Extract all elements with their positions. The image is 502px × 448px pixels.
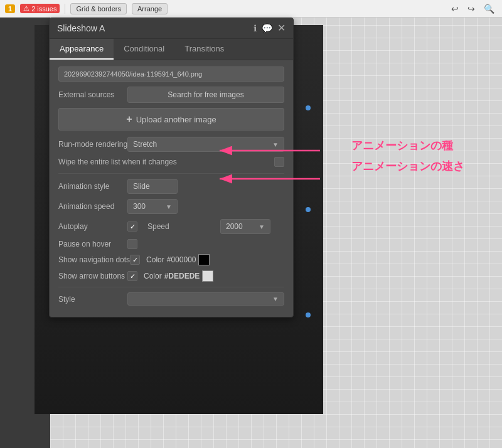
speed-value: 2000 <box>226 222 243 231</box>
speed-dropdown-arrow: ▼ <box>259 223 265 230</box>
arrange-button[interactable]: Arrange <box>132 3 168 14</box>
undo-button[interactable]: ↩ <box>449 3 461 15</box>
arrow-buttons-row: Show arrow buttons Color #DEDEDE <box>58 270 284 282</box>
external-sources-row: External sources Search for free images <box>58 87 284 103</box>
arrow-buttons-color-value: #DEDEDE <box>164 272 200 280</box>
arrow-buttons-color-label: Color <box>144 272 162 280</box>
canvas-handle-bottom <box>306 312 311 317</box>
toolbar-badge: 1 <box>5 4 15 13</box>
tab-appearance[interactable]: Appearance <box>50 39 114 60</box>
autoplay-row: Autoplay Speed 2000 ▼ <box>58 219 284 234</box>
pause-hover-checkbox[interactable] <box>127 239 137 249</box>
toolbar-separator <box>65 4 65 14</box>
run-mode-value: Stretch <box>133 140 157 149</box>
autoplay-checkbox[interactable] <box>127 221 137 232</box>
canvas-handle-mid <box>306 207 311 212</box>
animation-speed-value: 300 <box>133 202 146 211</box>
pause-hover-row: Pause on hover <box>58 239 284 249</box>
panel: Slideshow A ℹ 💬 ✕ Appearance Conditional… <box>49 18 294 317</box>
nav-dots-checkbox[interactable] <box>130 255 140 265</box>
search-free-images-button[interactable]: Search for free images <box>127 87 284 103</box>
animation-style-row: Animation style Slide <box>58 179 284 194</box>
toolbar-issues: ⚠ 2 issues <box>20 4 60 13</box>
style-dropdown[interactable]: ▼ <box>127 292 284 306</box>
animation-speed-dropdown[interactable]: 300 ▼ <box>127 199 178 214</box>
upload-plus-icon: + <box>126 114 132 125</box>
toolbar-right-icons: ↩ ↪ 🔍 <box>449 3 497 15</box>
tab-transitions[interactable]: Transitions <box>174 39 234 60</box>
upload-image-button[interactable]: + Upload another image <box>58 108 284 131</box>
run-mode-label: Run-mode rendering <box>58 140 127 149</box>
autoplay-label: Autoplay <box>58 222 127 231</box>
wipe-label: Wipe the entire list when it changes <box>58 157 274 166</box>
arrow-buttons-label: Show arrow buttons <box>58 272 127 280</box>
panel-title: Slideshow A <box>57 23 105 33</box>
animation-style-field: Slide <box>127 179 178 194</box>
tab-conditional[interactable]: Conditional <box>114 39 174 60</box>
run-mode-row: Run-mode rendering Stretch ▼ <box>58 137 284 152</box>
nav-dots-label: Show navigation dots <box>58 255 130 264</box>
animation-speed-row: Animation speed 300 ▼ <box>58 199 284 214</box>
external-sources-label: External sources <box>58 90 127 99</box>
nav-dots-color-swatch[interactable] <box>198 254 210 265</box>
divider-2 <box>58 287 284 287</box>
speed-dropdown[interactable]: 2000 ▼ <box>220 219 270 234</box>
pause-hover-label: Pause on hover <box>58 240 127 248</box>
canvas-handle-top <box>306 105 311 110</box>
wipe-checkbox[interactable] <box>274 157 284 167</box>
speed-label: Speed <box>147 222 216 231</box>
info-icon[interactable]: ℹ <box>254 23 257 33</box>
animation-style-label: Animation style <box>58 182 127 191</box>
search-button[interactable]: 🔍 <box>481 3 497 15</box>
upload-label: Upload another image <box>136 115 216 124</box>
nav-dots-row: Show navigation dots Color #000000 <box>58 254 284 265</box>
nav-dots-color-label: Color <box>146 255 164 264</box>
redo-button[interactable]: ↪ <box>465 3 478 15</box>
animation-speed-arrow: ▼ <box>166 203 172 210</box>
tabs: Appearance Conditional Transitions <box>50 39 293 60</box>
toolbar: 1 ⚠ 2 issues Grid & borders Arrange ↩ ↪ … <box>0 0 502 18</box>
style-row: Style ▼ <box>58 292 284 306</box>
panel-header-icons: ℹ 💬 ✕ <box>254 23 286 33</box>
run-mode-dropdown-arrow: ▼ <box>272 141 279 148</box>
image-filename: 20296902392744050/idea-1195914_640.png <box>58 67 284 82</box>
issues-icon: ⚠ <box>23 4 29 13</box>
nav-dots-color-value: #000000 <box>167 255 196 264</box>
panel-header: Slideshow A ℹ 💬 ✕ <box>50 18 293 39</box>
style-dropdown-arrow: ▼ <box>272 296 279 302</box>
close-button[interactable]: ✕ <box>277 23 286 33</box>
wipe-row: Wipe the entire list when it changes <box>58 157 284 167</box>
animation-speed-label: Animation speed <box>58 202 127 211</box>
arrow-buttons-checkbox[interactable] <box>127 271 137 281</box>
panel-body: 20296902392744050/idea-1195914_640.png E… <box>50 60 293 317</box>
divider-1 <box>58 173 284 174</box>
comment-icon[interactable]: 💬 <box>262 23 272 33</box>
arrow-buttons-color-swatch[interactable] <box>202 270 213 282</box>
grid-borders-button[interactable]: Grid & borders <box>70 3 127 14</box>
run-mode-dropdown[interactable]: Stretch ▼ <box>127 137 284 152</box>
style-label: Style <box>58 295 127 304</box>
